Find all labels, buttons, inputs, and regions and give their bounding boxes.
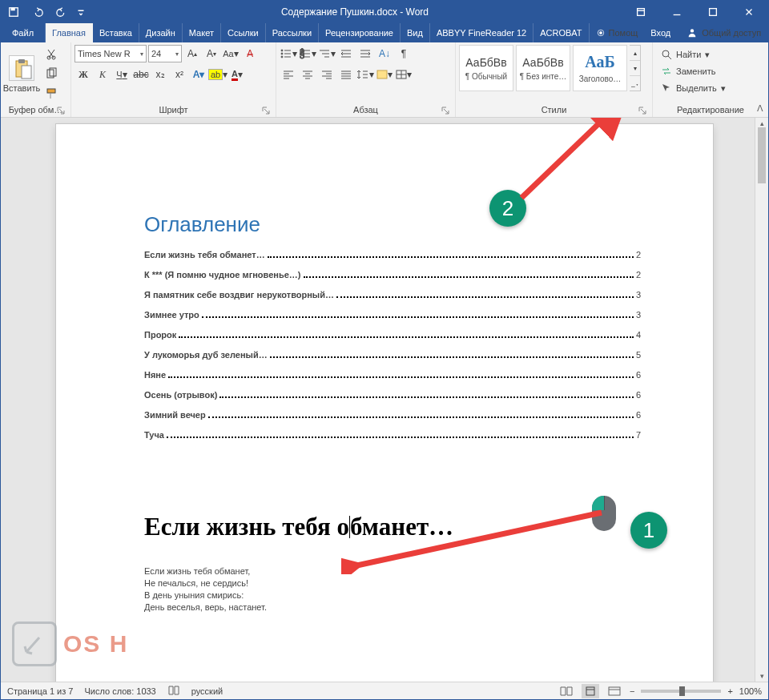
replace-button[interactable]: Заменить (658, 63, 729, 79)
numbering-button[interactable]: 123▾ (299, 45, 316, 62)
strike-button[interactable]: abc (132, 66, 150, 83)
svg-rect-9 (22, 66, 31, 78)
document-area[interactable]: Оглавление Если жизнь тебя обманет…2К **… (1, 118, 768, 682)
maximize-button[interactable] (695, 1, 731, 23)
show-marks-button[interactable]: ¶ (395, 45, 413, 62)
increase-indent-button[interactable] (356, 45, 374, 62)
find-button[interactable]: Найти ▾ (658, 46, 729, 62)
watermark: OS H (12, 622, 128, 666)
svg-rect-25 (586, 687, 594, 695)
undo-button[interactable] (26, 1, 49, 23)
align-center-button[interactable] (299, 66, 316, 83)
style-normal[interactable]: АаБбВв¶ Обычный (459, 45, 513, 91)
tab-design[interactable]: Дизайн (139, 23, 183, 42)
login-link[interactable]: Вход (644, 23, 677, 42)
bullets-button[interactable]: ▾ (280, 45, 297, 62)
zoom-in-button[interactable]: + (727, 686, 732, 696)
clipboard-launcher[interactable] (56, 106, 66, 115)
toc-entry[interactable]: Зимний вечер6 (144, 410, 641, 420)
save-button[interactable] (2, 1, 25, 23)
paste-button[interactable]: Вставить (4, 45, 39, 103)
toc-entry[interactable]: Зимнее утро3 (144, 310, 641, 320)
zoom-out-button[interactable]: − (630, 686, 634, 696)
subscript-button[interactable]: x₂ (151, 66, 169, 83)
font-group-label: Шрифт (159, 105, 187, 115)
tab-acrobat[interactable]: ACROBAT (533, 23, 589, 42)
svg-point-6 (690, 29, 694, 32)
shading-button[interactable]: ▾ (376, 66, 393, 83)
status-proofing-icon[interactable] (167, 685, 180, 698)
italic-button[interactable]: К (94, 66, 111, 83)
view-read-button[interactable] (558, 684, 575, 698)
editing-group-label: Редактирование (677, 105, 744, 115)
align-left-button[interactable] (280, 66, 297, 83)
toc-entry[interactable]: Туча7 (144, 430, 641, 441)
cut-button[interactable] (42, 46, 61, 62)
shrink-font-button[interactable]: A▾ (203, 45, 220, 62)
text-effects-button[interactable]: A▾ (190, 66, 207, 83)
tab-references[interactable]: Ссылки (221, 23, 266, 42)
toc-entry[interactable]: Если жизнь тебя обманет…2 (144, 250, 641, 260)
tab-insert[interactable]: Вставка (93, 23, 139, 42)
toc-entry[interactable]: К *** (Я помню чудное мгновенье…)2 (144, 270, 641, 280)
borders-button[interactable]: ▾ (395, 66, 413, 83)
zoom-slider[interactable] (641, 690, 721, 693)
share-button[interactable]: Общий доступ (677, 23, 769, 42)
toc-entry[interactable]: Я памятник себе воздвиг нерукотворный…3 (144, 290, 641, 300)
tab-home[interactable]: Главная (46, 23, 93, 42)
styles-launcher[interactable] (638, 106, 647, 115)
tab-mailings[interactable]: Рассылки (266, 23, 319, 42)
tab-view[interactable]: Вид (401, 23, 430, 42)
decrease-indent-button[interactable] (337, 45, 355, 62)
sort-button[interactable]: A↓ (376, 45, 393, 62)
qat-more-button[interactable] (74, 1, 87, 23)
bold-button[interactable]: Ж (74, 66, 92, 83)
toc-entry[interactable]: Пророк4 (144, 330, 641, 340)
status-bar: Страница 1 из 7 Число слов: 1033 русский… (1, 682, 768, 699)
status-wordcount[interactable]: Число слов: 1033 (84, 686, 155, 696)
format-painter-button[interactable] (42, 86, 61, 102)
tab-help[interactable]: Помощ (590, 23, 645, 42)
paragraph-launcher[interactable] (441, 106, 450, 115)
font-size-combo[interactable]: 24▾ (148, 45, 182, 62)
underline-button[interactable]: Ч▾ (113, 66, 131, 83)
font-color-button[interactable]: A▾ (228, 66, 246, 83)
view-web-button[interactable] (606, 684, 623, 698)
svg-rect-2 (637, 9, 644, 16)
styles-gallery-nav[interactable]: ▴▾⎯▾ (630, 45, 641, 91)
font-launcher[interactable] (261, 106, 271, 115)
vertical-scrollbar[interactable]: ▴ ▾ (755, 118, 768, 682)
line-spacing-button[interactable]: ▾ (356, 66, 374, 83)
justify-button[interactable] (337, 66, 355, 83)
status-page[interactable]: Страница 1 из 7 (7, 686, 73, 696)
change-case-button[interactable]: Aa▾ (222, 45, 240, 62)
clear-format-button[interactable]: A̶ (241, 45, 259, 62)
align-right-button[interactable] (318, 66, 336, 83)
select-button[interactable]: Выделить ▾ (658, 80, 729, 96)
font-name-combo[interactable]: Times New R▾ (74, 45, 147, 62)
ribbon: Вставить Буфер обм… Times New R▾ 24▾ A▴ … (1, 42, 768, 118)
view-print-button[interactable] (582, 684, 599, 698)
tab-file[interactable]: Файл (1, 23, 46, 42)
redo-button[interactable] (50, 1, 73, 23)
paragraph-group-label: Абзац (353, 105, 378, 115)
tab-abbyy[interactable]: ABBYY FineReader 12 (430, 23, 533, 42)
status-language[interactable]: русский (191, 686, 223, 696)
tab-layout[interactable]: Макет (183, 23, 221, 42)
toc-entry[interactable]: Осень (отрывок)6 (144, 390, 641, 400)
multilevel-button[interactable]: ▾ (318, 45, 336, 62)
ribbon-opts-button[interactable] (622, 1, 658, 23)
zoom-percent[interactable]: 100% (739, 686, 762, 696)
style-no-spacing[interactable]: АаБбВв¶ Без инте… (516, 45, 570, 91)
copy-button[interactable] (42, 66, 61, 82)
style-heading1[interactable]: АаБЗаголово… (573, 45, 627, 91)
tab-review[interactable]: Рецензирование (319, 23, 401, 42)
superscript-button[interactable]: x² (171, 66, 188, 83)
minimize-button[interactable] (658, 1, 695, 23)
grow-font-button[interactable]: A▴ (183, 45, 201, 62)
toc-entry[interactable]: У лукоморья дуб зеленый…5 (144, 350, 641, 360)
collapse-ribbon-button[interactable]: ᐱ (757, 103, 763, 114)
close-button[interactable] (731, 1, 767, 23)
toc-entry[interactable]: Няне6 (144, 370, 641, 380)
highlight-button[interactable]: ab▾ (209, 66, 227, 83)
